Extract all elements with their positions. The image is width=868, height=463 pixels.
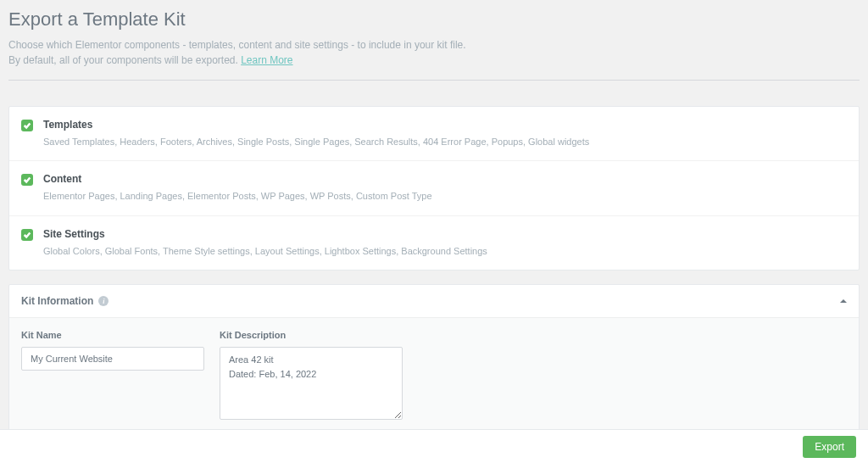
checkbox-templates[interactable]: [21, 120, 33, 131]
kit-name-group: Kit Name: [21, 330, 204, 420]
chevron-up-icon: [840, 299, 847, 303]
page-header: Export a Template Kit Choose which Eleme…: [8, 8, 860, 81]
check-icon: [23, 176, 31, 184]
check-icon: [23, 121, 31, 130]
checkbox-content[interactable]: [21, 174, 33, 186]
page-description: Choose which Elementor components - temp…: [8, 37, 860, 68]
export-button[interactable]: Export: [803, 436, 856, 458]
kit-info-title: Kit Information: [21, 295, 93, 307]
kit-name-label: Kit Name: [21, 330, 204, 340]
section-desc: Saved Templates, Headers, Footers, Archi…: [43, 136, 847, 148]
section-title: Templates: [43, 119, 847, 131]
section-title: Content: [43, 173, 847, 185]
section-content: Content Elementor Pages, Landing Pages, …: [9, 161, 859, 215]
info-icon: i: [98, 296, 108, 306]
section-desc: Global Colors, Global Fonts, Theme Style…: [43, 245, 847, 258]
kit-description-input[interactable]: [220, 347, 403, 420]
check-icon: [23, 231, 31, 239]
page-title: Export a Template Kit: [8, 8, 860, 31]
section-templates: Templates Saved Templates, Headers, Foot…: [9, 107, 859, 161]
checkbox-site-settings[interactable]: [21, 229, 33, 241]
kit-name-input[interactable]: [21, 347, 204, 371]
kit-information-panel: Kit Information i Kit Name Kit Descripti…: [8, 284, 860, 436]
kit-description-group: Kit Description: [220, 330, 403, 420]
section-site-settings: Site Settings Global Colors, Global Font…: [9, 216, 859, 270]
kit-info-toggle[interactable]: Kit Information i: [9, 285, 859, 317]
kit-description-label: Kit Description: [220, 330, 403, 340]
kit-info-body: Kit Name Kit Description: [9, 317, 859, 435]
footer-bar: Export: [0, 429, 868, 463]
learn-more-link[interactable]: Learn More: [241, 54, 292, 66]
section-desc: Elementor Pages, Landing Pages, Elemento…: [43, 190, 847, 203]
export-sections-list: Templates Saved Templates, Headers, Foot…: [8, 106, 860, 271]
section-title: Site Settings: [43, 228, 847, 240]
